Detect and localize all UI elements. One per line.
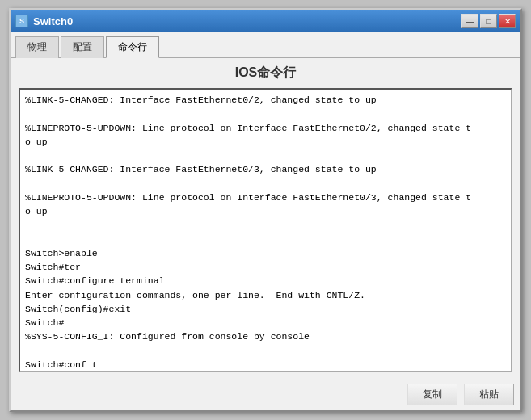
line-14: Switch(config)#exit [25, 302, 506, 316]
line-6 [25, 177, 506, 191]
tab-physics[interactable]: 物理 [15, 36, 59, 58]
title-bar: S Switch0 — □ ✕ [11, 10, 520, 32]
tab-cli[interactable]: 命令行 [106, 36, 159, 58]
terminal-container: %LINK-5-CHANGED: Interface FastEthernet0… [19, 88, 512, 372]
line-11: Switch#ter [25, 260, 506, 274]
line-7: %LINEPROTO-5-UPDOWN: Line protocol on In… [25, 191, 506, 219]
paste-button[interactable]: 粘贴 [464, 384, 514, 405]
line-3: %LINEPROTO-5-UPDOWN: Line protocol on In… [25, 121, 506, 149]
terminal-output[interactable]: %LINK-5-CHANGED: Interface FastEthernet0… [20, 90, 511, 371]
copy-button[interactable]: 复制 [407, 384, 457, 405]
line-18: Switch#conf t [25, 358, 506, 371]
line-5: %LINK-5-CHANGED: Interface FastEthernet0… [25, 162, 506, 176]
content-area: IOS命令行 %LINK-5-CHANGED: Interface FastEt… [11, 58, 520, 379]
line-1: %LINK-5-CHANGED: Interface FastEthernet0… [25, 93, 506, 107]
title-controls: — □ ✕ [461, 14, 516, 28]
maximize-button[interactable]: □ [480, 14, 497, 28]
main-window: S Switch0 — □ ✕ 物理 配置 命令行 IOS命令行 %LINK-5… [9, 8, 522, 412]
line-17 [25, 344, 506, 358]
app-icon: S [15, 15, 28, 27]
line-9 [25, 233, 506, 246]
minimize-button[interactable]: — [461, 14, 478, 28]
line-13: Enter configuration commands, one per li… [25, 288, 506, 302]
line-12: Switch#configure terminal [25, 274, 506, 288]
section-title: IOS命令行 [19, 65, 512, 82]
line-4 [25, 149, 506, 162]
line-16: %SYS-5-CONFIG_I: Configured from console… [25, 330, 506, 343]
line-2 [25, 107, 506, 120]
tab-bar: 物理 配置 命令行 [11, 32, 520, 58]
tab-config[interactable]: 配置 [61, 36, 104, 58]
line-10: Switch>enable [25, 246, 506, 260]
line-8 [25, 218, 506, 232]
close-button[interactable]: ✕ [499, 14, 516, 28]
button-bar: 复制 粘贴 [11, 379, 520, 410]
line-15: Switch# [25, 316, 506, 330]
window-title: Switch0 [33, 15, 73, 27]
